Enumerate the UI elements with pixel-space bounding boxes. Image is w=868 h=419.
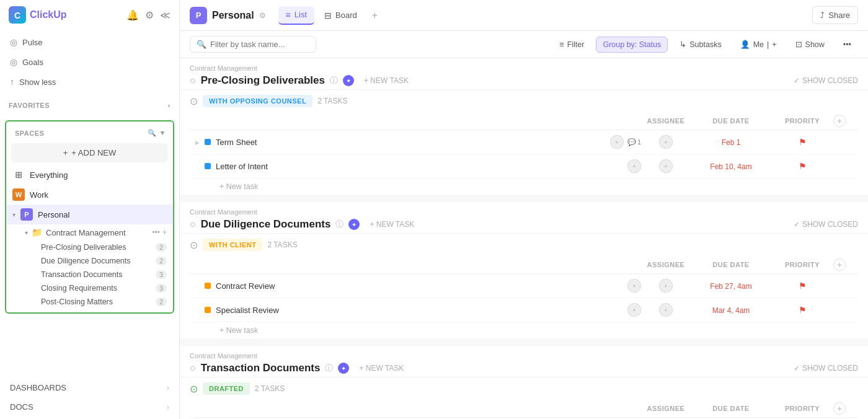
status-badge-with-client[interactable]: WITH CLIENT: [203, 239, 262, 251]
me-icon: 👤: [740, 40, 750, 49]
section-due-diligence-collapse-icon[interactable]: ○: [190, 219, 196, 230]
show-closed-transaction-docs-button[interactable]: ✓ SHOW CLOSED: [794, 364, 858, 373]
col-add-header: +: [833, 115, 858, 127]
spaces-box: SPACES 🔍 ▾ + + ADD NEW ⊞ Everything W Wo…: [5, 120, 174, 314]
task-name-letter-of-intent[interactable]: Letter of Intent: [216, 162, 624, 171]
section-divider-2: [180, 338, 868, 346]
more-button[interactable]: •••: [836, 37, 858, 53]
clickup-logo-icon: C: [9, 6, 26, 24]
docs-item[interactable]: DOCS ›: [0, 397, 179, 417]
assignee-avatar-contract-review[interactable]: +: [659, 279, 673, 293]
more-dots-icon: •••: [843, 40, 851, 49]
col-duedate-header: DUE DATE: [691, 117, 771, 125]
new-task-transaction-docs-button[interactable]: + NEW TASK: [354, 363, 409, 374]
section-pre-closing-collapse-icon[interactable]: ○: [190, 75, 196, 86]
status-group-with-client-header: ⊙ WITH CLIENT 2 TASKS: [190, 234, 858, 256]
new-task-due-diligence-button[interactable]: + NEW TASK: [365, 219, 419, 230]
section-transaction-docs-settings-icon[interactable]: ✦: [338, 363, 349, 374]
section-transaction-docs-collapse-icon[interactable]: ○: [190, 363, 196, 374]
favorites-chevron-icon[interactable]: ›: [168, 102, 170, 109]
show-closed-pre-closing-button[interactable]: ✓ SHOW CLOSED: [794, 76, 858, 85]
status-group-with-client: ⊙ WITH CLIENT 2 TASKS ASSIGNEE DUE DATE …: [180, 234, 868, 338]
section-due-diligence-info-icon[interactable]: ⓘ: [335, 219, 343, 230]
space-item-everything[interactable]: ⊞ Everything: [6, 165, 173, 185]
favorites-header: FAVORITES ›: [0, 98, 179, 113]
list-item-transaction-docs[interactable]: Transaction Documents 3: [19, 268, 173, 281]
spaces-header: SPACES 🔍 ▾: [6, 125, 173, 141]
status-group-client-collapse-icon[interactable]: ⊙: [190, 239, 198, 251]
subtasks-button[interactable]: ↳ Subtasks: [673, 36, 728, 53]
status-group-opposing-counsel: ⊙ WITH OPPOSING COUNSEL 2 TASKS ASSIGNEE…: [180, 90, 868, 195]
add-col-icon-drafted[interactable]: +: [833, 402, 846, 415]
sidebar-bottom: DASHBOARDS › DOCS ›: [0, 376, 179, 419]
task-avatar-letter[interactable]: +: [627, 159, 641, 173]
new-task-due-diligence-row[interactable]: + New task: [190, 322, 858, 338]
status-badge-drafted-label: DRAFTED: [209, 385, 244, 392]
space-item-work[interactable]: W Work: [6, 185, 173, 205]
task-avatar-term-sheet[interactable]: +: [610, 135, 624, 149]
sidebar-header-icons: 🔔 ⚙ ≪: [126, 9, 170, 21]
list-item-post-closing[interactable]: Post-Closing Matters 2: [19, 295, 173, 309]
section-pre-closing-settings-icon[interactable]: ✦: [343, 75, 354, 86]
section-transaction-docs-info-icon[interactable]: ⓘ: [325, 363, 333, 374]
status-badge-drafted[interactable]: DRAFTED: [203, 382, 250, 395]
assignee-avatar-letter[interactable]: +: [659, 159, 673, 173]
list-item-due-diligence[interactable]: Due Diligence Documents 2: [19, 254, 173, 268]
section-pre-closing-info-icon[interactable]: ⓘ: [330, 75, 338, 86]
add-col-icon-client[interactable]: +: [833, 258, 846, 271]
status-group-drafted-collapse-icon[interactable]: ⊙: [190, 383, 198, 395]
post-closing-count: 2: [156, 298, 167, 306]
task-avatar-specialist-review[interactable]: +: [627, 303, 641, 317]
list-item-closing-req[interactable]: Closing Requirements 3: [19, 281, 173, 295]
task-avatar-contract-review[interactable]: +: [627, 279, 641, 293]
list-tab-icon: ≡: [286, 10, 291, 20]
sidebar-nav-goals[interactable]: ◎ Goals: [0, 52, 179, 72]
section-pre-closing-title: Pre-Closing Deliverables: [201, 74, 325, 87]
settings-icon[interactable]: ⚙: [145, 9, 154, 21]
share-button[interactable]: ⤴ Share: [812, 6, 858, 24]
tab-bar: ≡ List ⊟ Board +: [278, 6, 383, 25]
assignee-avatar-specialist-review[interactable]: +: [659, 303, 673, 317]
show-button[interactable]: ⊡ Show: [789, 36, 831, 53]
bell-icon[interactable]: 🔔: [126, 9, 139, 21]
space-badge-settings-icon[interactable]: ⚙: [259, 11, 266, 20]
sidebar-nav-pulse[interactable]: ◎ Pulse: [0, 32, 179, 52]
status-badge-opposing-counsel[interactable]: WITH OPPOSING COUNSEL: [203, 95, 312, 107]
spaces-chevron-icon[interactable]: ▾: [161, 129, 165, 137]
search-input[interactable]: [210, 40, 309, 49]
sidebar-nav-show-less[interactable]: ↑ Show less: [0, 72, 179, 92]
show-closed-due-diligence-button[interactable]: ✓ SHOW CLOSED: [794, 220, 858, 229]
task-name-term-sheet[interactable]: Term Sheet: [216, 138, 606, 147]
folder-add-icon[interactable]: +: [162, 228, 167, 237]
folder-dots-icon[interactable]: •••: [152, 228, 160, 237]
space-item-personal[interactable]: ▾ P Personal: [6, 205, 173, 224]
spaces-search-icon[interactable]: 🔍: [148, 129, 157, 137]
add-col-icon[interactable]: +: [833, 115, 846, 127]
task-expand-icon[interactable]: ▸: [190, 138, 205, 147]
me-button[interactable]: 👤 Me | +: [733, 36, 784, 53]
filter-button[interactable]: ≡ Filter: [552, 37, 591, 53]
tab-board[interactable]: ⊟ Board: [317, 7, 365, 24]
assignee-avatar[interactable]: +: [659, 135, 673, 149]
me-separator: |: [767, 40, 769, 49]
folder-contract-management[interactable]: ▾ 📁 Contract Management ••• +: [19, 224, 173, 240]
tab-list[interactable]: ≡ List: [278, 6, 314, 25]
favorites-label: FAVORITES: [9, 102, 50, 109]
search-box[interactable]: 🔍: [190, 36, 316, 53]
task-name-contract-review[interactable]: Contract Review: [216, 281, 624, 291]
collapse-icon[interactable]: ≪: [160, 9, 170, 21]
logo-area[interactable]: C ClickUp: [9, 6, 67, 24]
toolbar: 🔍 ≡ Filter Group by: Status ↳ Subtasks 👤…: [180, 31, 868, 58]
everything-icon: ⊞: [12, 169, 25, 181]
new-task-pre-closing-row[interactable]: + New task: [190, 179, 858, 195]
new-task-pre-closing-button[interactable]: + NEW TASK: [359, 75, 414, 86]
list-item-pre-closing[interactable]: Pre-Closing Deliverables 2: [19, 240, 173, 254]
dashboards-item[interactable]: DASHBOARDS ›: [0, 378, 179, 397]
task-name-specialist-review[interactable]: Specialist Review: [216, 306, 624, 315]
group-by-button[interactable]: Group by: Status: [596, 37, 668, 53]
col-assignee-header-drafted: ASSIGNEE: [641, 405, 691, 412]
status-group-opposing-collapse-icon[interactable]: ⊙: [190, 95, 198, 107]
add-new-button[interactable]: + + ADD NEW: [11, 143, 168, 162]
section-due-diligence-settings-icon[interactable]: ✦: [348, 219, 360, 230]
add-tab-button[interactable]: +: [367, 7, 383, 24]
